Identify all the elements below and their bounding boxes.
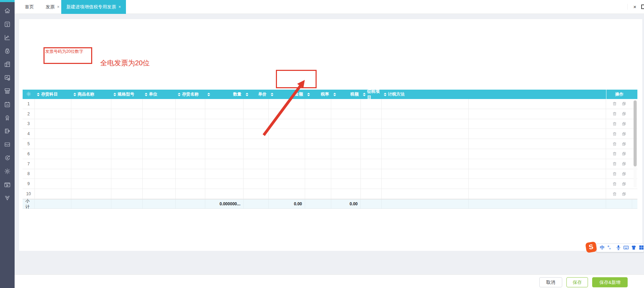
table-cell-amount[interactable] bbox=[269, 159, 305, 169]
table-cell-product_name[interactable] bbox=[71, 109, 111, 119]
sort-icon[interactable] bbox=[113, 93, 116, 96]
sort-icon[interactable] bbox=[207, 93, 210, 96]
table-header-qty[interactable]: 数量 bbox=[205, 90, 244, 99]
table-header-product_name[interactable]: 商品名称 bbox=[71, 90, 111, 99]
table-cell-tax_rate[interactable] bbox=[305, 159, 331, 169]
column-settings-gear-icon[interactable] bbox=[26, 91, 31, 98]
ime-microphone-icon[interactable] bbox=[616, 245, 621, 250]
tab-home[interactable]: 首页 bbox=[20, 0, 39, 14]
table-header-amount[interactable]: 金额 bbox=[269, 90, 305, 99]
row-actions[interactable] bbox=[606, 179, 632, 189]
table-cell-tax[interactable] bbox=[331, 179, 361, 189]
table-cell-unit_price[interactable] bbox=[244, 99, 269, 109]
table-cell-tax_method[interactable] bbox=[382, 139, 469, 149]
row-actions[interactable] bbox=[606, 169, 632, 179]
row-actions[interactable] bbox=[606, 189, 632, 199]
table-cell-stock_name[interactable] bbox=[176, 149, 205, 159]
table-cell-product_name[interactable] bbox=[71, 119, 111, 129]
table-cell-stock_name[interactable] bbox=[176, 139, 205, 149]
table-cell-stock_subject[interactable] bbox=[35, 149, 71, 159]
table-cell-stock_name[interactable] bbox=[176, 99, 205, 109]
save-button[interactable]: 保存 bbox=[566, 277, 588, 287]
table-header-tax_item[interactable]: 征税项目 bbox=[361, 90, 382, 99]
table-cell-tax[interactable] bbox=[331, 169, 361, 179]
table-cell-unit[interactable] bbox=[143, 119, 176, 129]
table-cell-qty[interactable] bbox=[205, 109, 244, 119]
sidebar-item-book-export[interactable] bbox=[0, 126, 15, 137]
sogou-logo-icon[interactable]: S bbox=[585, 241, 597, 253]
table-cell-amount[interactable] bbox=[269, 189, 305, 199]
table-header-stock_name[interactable]: 存货名称 bbox=[176, 90, 205, 99]
table-cell-product_name[interactable] bbox=[71, 159, 111, 169]
table-cell-tax_method[interactable] bbox=[382, 99, 469, 109]
table-cell-tax[interactable] bbox=[331, 139, 361, 149]
row-actions[interactable] bbox=[606, 159, 632, 169]
table-cell-stock_subject[interactable] bbox=[35, 139, 71, 149]
delete-row-icon[interactable] bbox=[612, 122, 617, 126]
table-cell-stock_subject[interactable] bbox=[35, 129, 71, 139]
delete-row-icon[interactable] bbox=[612, 192, 617, 196]
table-header-spec_model[interactable]: 规格型号 bbox=[111, 90, 143, 99]
table-header-tax_rate[interactable]: 税率 bbox=[305, 90, 331, 99]
table-cell-tax_method[interactable] bbox=[382, 119, 469, 129]
tab-invoice-close-icon[interactable]: × bbox=[57, 5, 59, 9]
copy-row-icon[interactable] bbox=[622, 122, 626, 126]
sidebar-item-gear[interactable] bbox=[0, 166, 15, 176]
table-cell-unit_price[interactable] bbox=[244, 119, 269, 129]
table-cell-spec_model[interactable] bbox=[111, 189, 143, 199]
table-cell-stock_name[interactable] bbox=[176, 159, 205, 169]
table-cell-tax[interactable] bbox=[331, 99, 361, 109]
table-cell-spec_model[interactable] bbox=[111, 149, 143, 159]
table-cell-stock_subject[interactable] bbox=[35, 179, 71, 189]
sort-icon[interactable] bbox=[271, 93, 273, 96]
delete-row-icon[interactable] bbox=[612, 132, 617, 136]
table-cell-product_name[interactable] bbox=[71, 189, 111, 199]
table-cell-tax_rate[interactable] bbox=[305, 119, 331, 129]
ime-skin-icon[interactable] bbox=[631, 245, 636, 250]
copy-row-icon[interactable] bbox=[622, 101, 626, 106]
table-cell-stock_subject[interactable] bbox=[35, 99, 71, 109]
sidebar-item-badge[interactable] bbox=[0, 113, 15, 123]
table-cell-product_name[interactable] bbox=[71, 129, 111, 139]
table-cell-unit_price[interactable] bbox=[244, 169, 269, 179]
table-cell-tax_method[interactable] bbox=[382, 149, 469, 159]
table-cell-unit[interactable] bbox=[143, 99, 176, 109]
table-cell-tax_rate[interactable] bbox=[305, 109, 331, 119]
ime-toolbox-icon[interactable] bbox=[639, 245, 644, 250]
delete-row-icon[interactable] bbox=[612, 112, 617, 116]
table-cell-tax_item[interactable] bbox=[361, 99, 382, 109]
copy-row-icon[interactable] bbox=[622, 151, 626, 156]
window-close-icon[interactable]: × bbox=[627, 4, 641, 10]
table-cell-unit_price[interactable] bbox=[244, 189, 269, 199]
table-cell-amount[interactable] bbox=[269, 179, 305, 189]
table-cell-qty[interactable] bbox=[205, 179, 244, 189]
sidebar-item-v-logo[interactable] bbox=[0, 193, 15, 203]
table-cell-tax_item[interactable] bbox=[361, 169, 382, 179]
table-cell-tax_item[interactable] bbox=[361, 119, 382, 129]
sort-icon[interactable] bbox=[363, 93, 366, 96]
table-cell-tax_item[interactable] bbox=[361, 149, 382, 159]
table-cell-spec_model[interactable] bbox=[111, 139, 143, 149]
table-cell-stock_name[interactable] bbox=[176, 179, 205, 189]
table-cell-tax_rate[interactable] bbox=[305, 149, 331, 159]
table-cell-unit_price[interactable] bbox=[244, 179, 269, 189]
copy-row-icon[interactable] bbox=[622, 132, 626, 136]
table-cell-stock_subject[interactable] bbox=[35, 109, 71, 119]
table-cell-tax_item[interactable] bbox=[361, 139, 382, 149]
sidebar-item-inbox[interactable] bbox=[0, 139, 15, 150]
table-cell-tax_rate[interactable] bbox=[305, 129, 331, 139]
table-cell-unit[interactable] bbox=[143, 159, 176, 169]
sort-icon[interactable] bbox=[178, 93, 181, 96]
sidebar-item-invoice[interactable] bbox=[0, 19, 15, 30]
window-partial-icon[interactable] bbox=[641, 5, 644, 9]
sort-icon[interactable] bbox=[73, 93, 76, 96]
table-cell-product_name[interactable] bbox=[71, 149, 111, 159]
sidebar-item-building[interactable] bbox=[0, 59, 15, 69]
table-cell-tax_rate[interactable] bbox=[305, 169, 331, 179]
table-cell-stock_name[interactable] bbox=[176, 169, 205, 179]
ime-keyboard-icon[interactable] bbox=[623, 245, 629, 250]
table-cell-tax[interactable] bbox=[331, 149, 361, 159]
sort-icon[interactable] bbox=[333, 93, 336, 96]
row-actions[interactable] bbox=[606, 129, 632, 139]
table-cell-spec_model[interactable] bbox=[111, 119, 143, 129]
